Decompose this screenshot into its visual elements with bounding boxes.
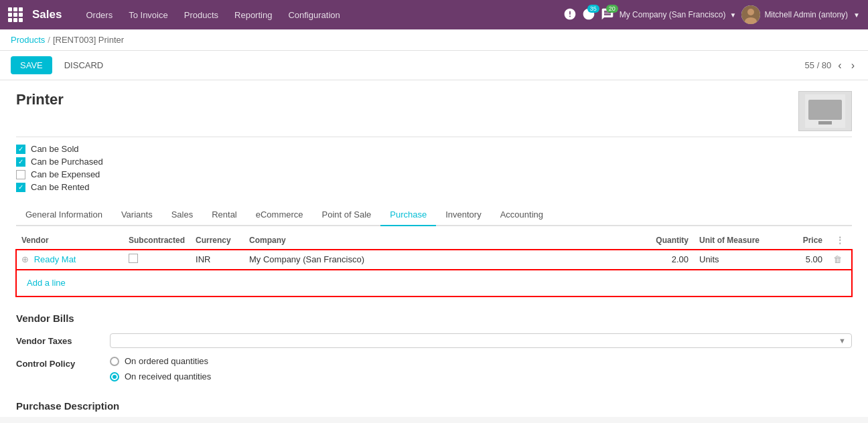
tab-accounting[interactable]: Accounting (491, 204, 553, 226)
svg-rect-5 (818, 121, 832, 124)
vendor-table: Vendor Subcontracted Currency Company Qu… (16, 232, 852, 297)
th-vendor: Vendor (16, 232, 123, 250)
pager: 55 / 80 ‹ › (805, 58, 857, 73)
add-line-button[interactable]: Add a line (21, 274, 71, 292)
nav-configuration[interactable]: Configuration (281, 6, 346, 24)
tab-sales[interactable]: Sales (162, 204, 203, 226)
user-name: Mitchell Admin (antony) (764, 10, 848, 19)
company-name: My Company (San Francisco) (620, 10, 726, 19)
nav-links: Orders To Invoice Products Reporting Con… (79, 6, 559, 24)
uom-cell: Units (694, 250, 774, 270)
radio-received[interactable] (110, 372, 119, 382)
th-quantity: Quantity (640, 232, 694, 250)
checkbox-row-purchased: Can be Purchased (16, 157, 852, 167)
breadcrumb-current: [RENT003] Printer (53, 35, 124, 45)
save-button[interactable]: SAVE (11, 56, 52, 74)
radio-row-ordered: On ordered quantities (110, 356, 852, 366)
checkbox-expensed[interactable] (16, 170, 25, 179)
pager-next[interactable]: › (849, 58, 857, 73)
product-title-area: Printer (16, 80, 852, 137)
checkboxes-area: Can be Sold Can be Purchased Can be Expe… (16, 137, 852, 201)
radio-ordered[interactable] (110, 357, 119, 366)
pager-prev[interactable]: ‹ (835, 58, 844, 73)
avatar (741, 5, 760, 24)
tab-rental[interactable]: Rental (202, 204, 246, 226)
checkbox-sold-label: Can be Sold (31, 144, 79, 154)
tab-inventory[interactable]: Inventory (436, 204, 490, 226)
tab-ecommerce[interactable]: eCommerce (246, 204, 313, 226)
control-policy-label: Control Policy (16, 356, 110, 369)
tab-general[interactable]: General Information (16, 204, 112, 226)
th-company: Company (244, 232, 640, 250)
quantity-cell: 2.00 (640, 250, 694, 270)
apps-grid-icon[interactable] (8, 7, 23, 22)
price-cell: 5.00 (774, 250, 828, 270)
chat-badge: 20 (606, 5, 618, 13)
main-content: Printer Can be Sold Can be Purchased Can… (0, 80, 868, 417)
bug-icon-btn[interactable] (563, 7, 577, 23)
product-image (798, 91, 852, 131)
checkbox-row-expensed: Can be Expensed (16, 169, 852, 179)
pager-count: 55 / 80 (805, 60, 832, 70)
vendor-bills-title: Vendor Bills (16, 313, 852, 324)
svg-point-1 (747, 9, 754, 15)
nav-right: 35 20 My Company (San Francisco) ▼ Mitch… (563, 5, 860, 24)
nav-to-invoice[interactable]: To Invoice (122, 6, 175, 24)
purchase-description-title: Purchase Description (16, 400, 852, 417)
nav-orders[interactable]: Orders (79, 6, 119, 24)
vendor-taxes-dropdown[interactable]: ▼ (110, 333, 852, 348)
nav-products[interactable]: Products (177, 6, 225, 24)
checkbox-rented[interactable] (16, 183, 25, 192)
radio-row-received: On received quantities (110, 371, 852, 382)
vendor-bills-section: Vendor Bills Vendor Taxes ▼ Control Poli… (16, 297, 852, 400)
th-currency: Currency (190, 232, 244, 250)
radio-ordered-label: On ordered quantities (125, 356, 208, 366)
discard-button[interactable]: DISCARD (58, 56, 111, 74)
control-policy-options: On ordered quantities On received quanti… (110, 356, 852, 382)
top-nav: Sales Orders To Invoice Products Reporti… (0, 0, 868, 29)
vendor-taxes-label: Vendor Taxes (16, 333, 110, 346)
table-row: ⊕ Ready Mat INR My Company (San Francisc… (16, 250, 852, 270)
checkbox-purchased-label: Can be Purchased (31, 157, 103, 167)
th-subcontracted: Subcontracted (123, 232, 190, 250)
checkbox-purchased[interactable] (16, 157, 25, 167)
vendor-table-container: Vendor Subcontracted Currency Company Qu… (16, 232, 852, 297)
clock-badge: 35 (587, 5, 599, 13)
product-title-section: Printer (16, 91, 64, 108)
control-policy-field: On ordered quantities On received quanti… (110, 356, 852, 382)
column-menu-icon[interactable]: ⋮ (833, 233, 847, 248)
dropdown-arrow-icon: ▼ (839, 337, 846, 345)
clock-icon-btn[interactable]: 35 (582, 7, 595, 23)
company-cell: My Company (San Francisco) (244, 250, 640, 270)
vendor-name[interactable]: Ready Mat (34, 254, 76, 264)
nav-reporting[interactable]: Reporting (228, 6, 279, 24)
tab-variants[interactable]: Variants (112, 204, 162, 226)
product-title: Printer (16, 91, 64, 108)
vendor-taxes-row: Vendor Taxes ▼ (16, 333, 852, 348)
user-menu[interactable]: Mitchell Admin (antony) ▼ (741, 5, 860, 24)
vendor-cell: ⊕ Ready Mat (16, 250, 123, 270)
checkbox-sold[interactable] (16, 145, 25, 154)
breadcrumb-parent[interactable]: Products (11, 35, 45, 45)
drag-handle-icon[interactable]: ⊕ (21, 254, 29, 264)
app-name: Sales (32, 8, 62, 21)
user-chevron: ▼ (853, 11, 860, 19)
tabs-bar: General Information Variants Sales Renta… (16, 204, 852, 226)
company-selector[interactable]: My Company (San Francisco) ▼ (620, 10, 737, 19)
th-menu: ⋮ (828, 232, 852, 250)
subcontracted-checkbox[interactable] (129, 254, 138, 263)
company-chevron: ▼ (729, 11, 736, 19)
svg-rect-4 (808, 100, 842, 120)
chat-icon-btn[interactable]: 20 (601, 7, 614, 23)
breadcrumb-separator: / (48, 35, 50, 45)
tab-purchase[interactable]: Purchase (380, 204, 436, 226)
row-delete-icon[interactable]: 🗑 (833, 254, 842, 264)
add-line-row: Add a line (16, 270, 852, 297)
checkbox-rented-label: Can be Rented (31, 182, 89, 192)
action-bar: SAVE DISCARD 55 / 80 ‹ › (0, 51, 868, 80)
add-line-cell: Add a line (16, 270, 852, 297)
checkbox-row-rented: Can be Rented (16, 182, 852, 192)
checkbox-expensed-label: Can be Expensed (31, 169, 100, 179)
tab-pos[interactable]: Point of Sale (313, 204, 381, 226)
subcontracted-cell (123, 250, 190, 270)
